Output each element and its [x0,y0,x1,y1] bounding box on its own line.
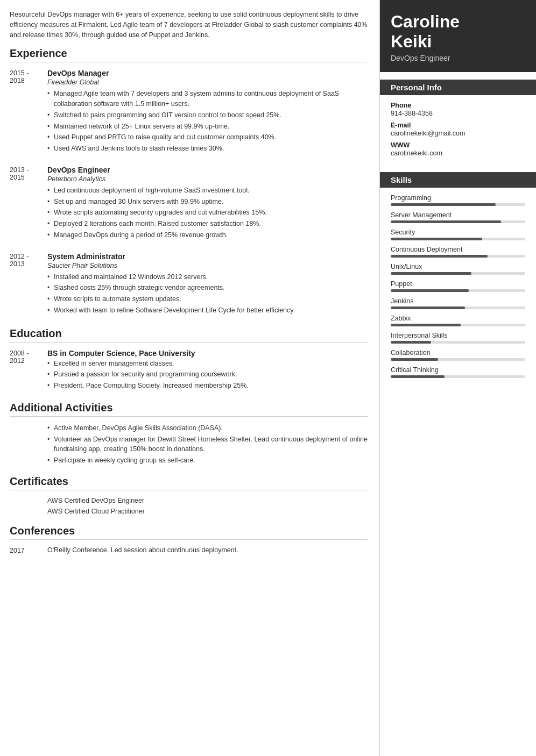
list-item: President, Pace Computing Society. Incre… [47,381,249,391]
skill-name: Jenkins [391,297,525,305]
job-title: DevOps Manager [47,69,368,77]
skill-name: Puppet [391,280,525,288]
list-item: Managed DevOps during a period of 25% re… [47,230,368,240]
date-col: 2015 - 2018 [10,69,47,155]
list-item: Set up and managed 30 Unix servers with … [47,197,368,207]
degree-title: BS in Computer Science, Pace University [47,349,249,358]
skill-item: Critical Thinking [391,366,525,378]
main-content: Resourceful DevOps manager with 6+ years… [0,0,380,756]
skill-bar-bg [391,341,525,344]
experience-item: 2015 - 2018DevOps ManagerFireladder Glob… [10,69,368,155]
candidate-name: Caroline Keiki [391,12,525,52]
list-item: Worked with team to refine Software Deve… [47,305,368,316]
list-item: Used AWS and Jenkins tools to slash rele… [47,144,368,154]
list-item: Led continuous deployment of high-volume… [47,186,368,196]
skill-bar-fill [391,203,496,206]
skills-section: Skills ProgrammingServer ManagementSecur… [380,165,536,389]
skill-item: Puppet [391,280,525,292]
skill-bar-fill [391,375,445,378]
cert-item: AWS Certified Cloud Practitioner [47,508,368,515]
skill-bar-bg [391,324,525,326]
company-name: Saucier Phair Solutions [47,262,368,269]
experience-title: Experience [10,47,368,62]
skill-name: Critical Thinking [391,366,525,374]
skill-name: Zabbix [391,315,525,322]
company-name: Fireladder Global [47,79,368,86]
skill-item: Interpersonal Skills [391,332,525,344]
skill-bar-bg [391,289,525,292]
skill-bar-bg [391,203,525,206]
www-label: WWW [391,141,525,149]
skill-bar-bg [391,238,525,240]
list-item: Slashed costs 25% through strategic vend… [47,283,368,293]
resume-container: Resourceful DevOps manager with 6+ years… [0,0,536,756]
email-label: E-mail [391,122,525,129]
conf-description: O'Reilly Conference. Led session about c… [47,546,238,554]
list-item: Active Member, DevOps Agile Skills Assoc… [47,423,368,433]
skill-bar-fill [391,358,438,361]
skill-item: Security [391,229,525,240]
education-title: Education [10,327,368,343]
conferences-section: Conferences 2017O'Reilly Conference. Led… [10,525,368,554]
skill-bar-bg [391,306,525,309]
job-title: DevOps Engineer [47,166,368,174]
cert-item: AWS Certified DevOps Engineer [47,497,368,504]
sidebar-header: Caroline Keiki DevOps Engineer [380,0,536,72]
skill-bar-fill [391,289,469,292]
skill-name: Interpersonal Skills [391,332,525,339]
activities-title: Additional Activities [10,402,368,417]
skill-item: Collaboration [391,349,525,361]
skill-bar-fill [391,238,482,240]
skill-name: Server Management [391,211,525,219]
www-value: carolinekeiki.com [391,149,525,157]
experience-section: Experience 2015 - 2018DevOps ManagerFire… [10,47,368,316]
list-item: Installed and maintained 12 Windows 2012… [47,272,368,282]
email-value: carolinekeiki@gmail.com [391,130,525,137]
skill-bar-fill [391,324,461,326]
activities-section: Additional Activities Active Member, Dev… [10,402,368,466]
skill-name: Programming [391,194,525,202]
list-item: Maintained network of 25+ Linux servers … [47,122,368,132]
skill-bar-bg [391,220,525,223]
certificates-section: Certificates AWS Certified DevOps Engine… [10,475,368,515]
date-col: 2013 - 2015 [10,166,47,241]
skill-name: Unix/Linux [391,263,525,270]
candidate-title: DevOps Engineer [391,54,525,62]
skills-title: Skills [380,172,536,188]
list-item: Used Puppet and PRTG to raise quality an… [47,132,368,142]
activities-list: Active Member, DevOps Agile Skills Assoc… [47,423,368,466]
education-section: Education 2008 - 2012BS in Computer Scie… [10,327,368,392]
education-items: 2008 - 2012BS in Computer Science, Pace … [10,349,368,392]
conferences-title: Conferences [10,525,368,540]
phone-value: 914-388-4358 [391,110,525,117]
list-item: Excelled in server management classes. [47,359,249,369]
skill-item: Unix/Linux [391,263,525,275]
skill-bar-fill [391,272,471,275]
personal-info-title: Personal Info [380,80,536,95]
list-item: Wrote scripts to automate system updates… [47,294,368,304]
list-item: Participate in weekly cycling group as s… [47,455,368,466]
skill-item: Jenkins [391,297,525,309]
summary-text: Resourceful DevOps manager with 6+ years… [10,10,368,40]
list-item: Wrote scripts automating security upgrad… [47,208,368,218]
skills-list: ProgrammingServer ManagementSecurityCont… [391,194,525,378]
cert-items: AWS Certified DevOps EngineerAWS Certifi… [10,497,368,515]
date-col: 2012 - 2013 [10,252,47,317]
date-col: 2008 - 2012 [10,349,47,392]
skill-item: Zabbix [391,315,525,326]
skill-item: Server Management [391,211,525,223]
experience-items: 2015 - 2018DevOps ManagerFireladder Glob… [10,69,368,316]
experience-item: 2012 - 2013System AdministratorSaucier P… [10,252,368,317]
sidebar: Caroline Keiki DevOps Engineer Personal … [380,0,536,756]
conf-items: 2017O'Reilly Conference. Led session abo… [10,546,368,554]
list-item: Managed Agile team with 7 developers and… [47,89,368,109]
skill-bar-fill [391,255,488,258]
skill-item: Programming [391,194,525,206]
certificates-title: Certificates [10,475,368,490]
education-item: 2008 - 2012BS in Computer Science, Pace … [10,349,368,392]
skill-bar-bg [391,375,525,378]
list-item: Pursued a passion for security and progr… [47,369,249,380]
skill-bar-bg [391,255,525,258]
job-title: System Administrator [47,252,368,261]
skill-bar-fill [391,306,465,309]
